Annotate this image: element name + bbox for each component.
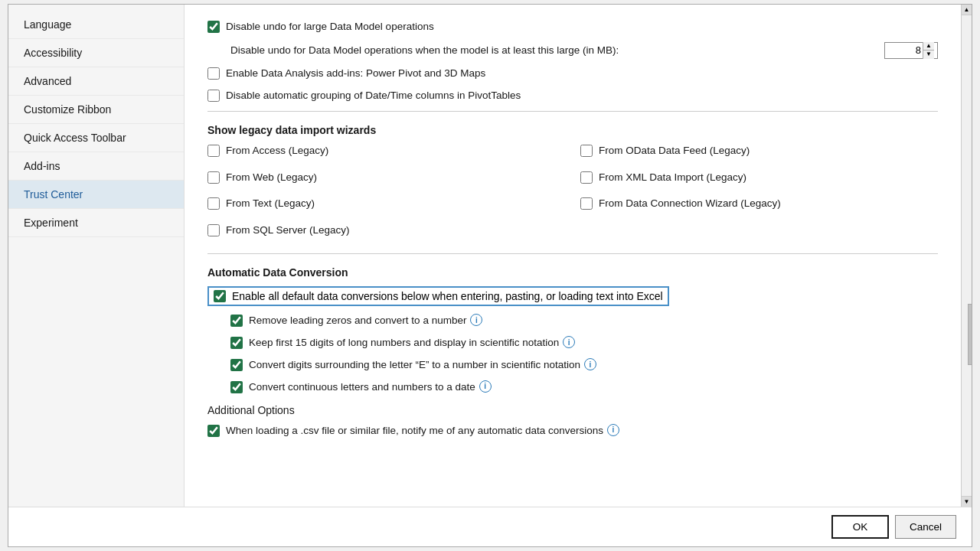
keep-15-digits-info-icon[interactable]: i (563, 336, 575, 348)
enable-all-wrapper: Enable all default data conversions belo… (207, 286, 938, 306)
from-access-label[interactable]: From Access (Legacy) (226, 144, 328, 158)
scrollbar[interactable]: ▲ ▼ (961, 5, 972, 507)
undo-spinner-row: Disable undo for Data Model operations w… (207, 42, 938, 59)
legacy-grid: From Access (Legacy) From OData Data Fee… (207, 144, 938, 246)
checkbox-from-web: From Web (Legacy) (207, 171, 565, 185)
from-web-input[interactable] (207, 171, 220, 184)
from-text-input[interactable] (207, 197, 220, 210)
enable-data-analysis-input[interactable] (207, 67, 220, 80)
sidebar-item-accessibility[interactable]: Accessibility (8, 39, 184, 67)
from-sql-label[interactable]: From SQL Server (Legacy) (226, 223, 350, 238)
legacy-section-title: Show legacy data import wizards (207, 124, 938, 136)
disable-auto-grouping-input[interactable] (207, 90, 220, 102)
checkbox-keep-15-digits: Keep first 15 digits of long numbers and… (207, 336, 938, 350)
undo-spinner-arrows: ▲ ▼ (923, 42, 934, 59)
checkbox-from-sql: From SQL Server (Legacy) (207, 223, 565, 238)
checkbox-enable-data-analysis: Enable Data Analysis add-ins: Power Pivo… (207, 67, 938, 81)
checkbox-from-xml: From XML Data Import (Legacy) (580, 171, 938, 185)
notify-csv-label[interactable]: When loading a .csv file or similar file… (226, 424, 603, 439)
enable-all-conversions-input[interactable] (214, 290, 226, 302)
sidebar-item-customize-ribbon[interactable]: Customize Ribbon (8, 96, 184, 124)
remove-leading-zeros-input[interactable] (230, 315, 243, 327)
notify-csv-info-icon[interactable]: i (607, 424, 619, 436)
convert-letters-numbers-info-icon[interactable]: i (479, 380, 492, 393)
from-text-label[interactable]: From Text (Legacy) (226, 197, 315, 211)
convert-e-notation-input[interactable] (230, 359, 243, 371)
from-odata-label[interactable]: From OData Data Feed (Legacy) (599, 144, 750, 158)
checkbox-from-dc-wizard: From Data Connection Wizard (Legacy) (580, 197, 938, 211)
auto-conversion-title: Automatic Data Conversion (207, 266, 938, 279)
ok-button[interactable]: OK (831, 515, 889, 539)
checkbox-disable-undo-large: Disable undo for large Data Model operat… (207, 20, 938, 34)
remove-leading-zeros-label[interactable]: Remove leading zeros and convert to a nu… (249, 314, 466, 328)
scroll-thumb[interactable] (968, 304, 972, 365)
enable-all-conversions-label[interactable]: Enable all default data conversions belo… (232, 290, 663, 302)
checkbox-from-access: From Access (Legacy) (207, 144, 565, 158)
scroll-area: Disable undo for large Data Model operat… (185, 5, 961, 507)
undo-spinner-value[interactable] (888, 44, 923, 56)
main-content: Disable undo for large Data Model operat… (185, 5, 961, 507)
sidebar-item-advanced[interactable]: Advanced (8, 67, 184, 96)
sidebar-item-add-ins[interactable]: Add-ins (8, 152, 184, 181)
enable-all-highlight-box: Enable all default data conversions belo… (207, 286, 669, 306)
from-odata-input[interactable] (580, 145, 593, 157)
checkbox-convert-letters-numbers: Convert continuous letters and numbers t… (207, 380, 938, 395)
keep-15-digits-label[interactable]: Keep first 15 digits of long numbers and… (249, 336, 559, 350)
disable-undo-large-input[interactable] (207, 21, 220, 33)
convert-letters-numbers-input[interactable] (230, 381, 243, 393)
dialog-footer: OK Cancel (8, 507, 972, 546)
spinner-up-arrow[interactable]: ▲ (923, 42, 934, 51)
excel-options-dialog: Language Accessibility Advanced Customiz… (8, 4, 972, 547)
sidebar-item-quick-access-toolbar[interactable]: Quick Access Toolbar (8, 124, 184, 152)
from-dc-wizard-input[interactable] (580, 197, 593, 210)
from-access-input[interactable] (207, 145, 220, 157)
undo-spinner-input-box: ▲ ▼ (884, 42, 938, 59)
spinner-down-arrow[interactable]: ▼ (923, 51, 934, 59)
sidebar-item-language[interactable]: Language (8, 11, 184, 39)
convert-e-notation-info-icon[interactable]: i (584, 358, 596, 370)
divider-1 (207, 111, 938, 112)
cancel-button[interactable]: Cancel (895, 515, 956, 539)
enable-data-analysis-label[interactable]: Enable Data Analysis add-ins: Power Pivo… (226, 67, 485, 81)
checkbox-from-text: From Text (Legacy) (207, 197, 565, 211)
from-xml-label[interactable]: From XML Data Import (Legacy) (599, 171, 746, 185)
dialog-body: Language Accessibility Advanced Customiz… (8, 5, 972, 507)
notify-csv-input[interactable] (207, 425, 220, 437)
additional-options-title: Additional Options (207, 404, 938, 416)
convert-letters-numbers-label[interactable]: Convert continuous letters and numbers t… (249, 380, 475, 395)
keep-15-digits-input[interactable] (230, 337, 243, 349)
from-web-label[interactable]: From Web (Legacy) (226, 171, 317, 185)
remove-leading-zeros-info-icon[interactable]: i (470, 314, 482, 326)
checkbox-disable-auto-grouping: Disable automatic grouping of Date/Time … (207, 89, 938, 103)
scroll-up-arrow[interactable]: ▲ (962, 5, 972, 15)
checkbox-from-odata: From OData Data Feed (Legacy) (580, 144, 938, 158)
divider-2 (207, 253, 938, 254)
disable-undo-large-label[interactable]: Disable undo for large Data Model operat… (226, 20, 434, 34)
scroll-down-arrow[interactable]: ▼ (962, 496, 972, 507)
sidebar: Language Accessibility Advanced Customiz… (8, 5, 185, 507)
checkbox-convert-e-notation: Convert digits surrounding the letter “E… (207, 358, 938, 373)
sidebar-item-experiment[interactable]: Experiment (8, 209, 184, 237)
checkbox-notify-csv: When loading a .csv file or similar file… (207, 424, 938, 439)
convert-e-notation-label[interactable]: Convert digits surrounding the letter “E… (249, 358, 580, 373)
disable-auto-grouping-label[interactable]: Disable automatic grouping of Date/Time … (226, 89, 521, 103)
from-xml-input[interactable] (580, 171, 593, 184)
checkbox-remove-leading-zeros: Remove leading zeros and convert to a nu… (207, 314, 938, 328)
from-dc-wizard-label[interactable]: From Data Connection Wizard (Legacy) (599, 197, 781, 211)
undo-spinner-label: Disable undo for Data Model operations w… (230, 44, 884, 56)
sidebar-item-trust-center[interactable]: Trust Center (8, 181, 184, 209)
from-sql-input[interactable] (207, 224, 220, 236)
